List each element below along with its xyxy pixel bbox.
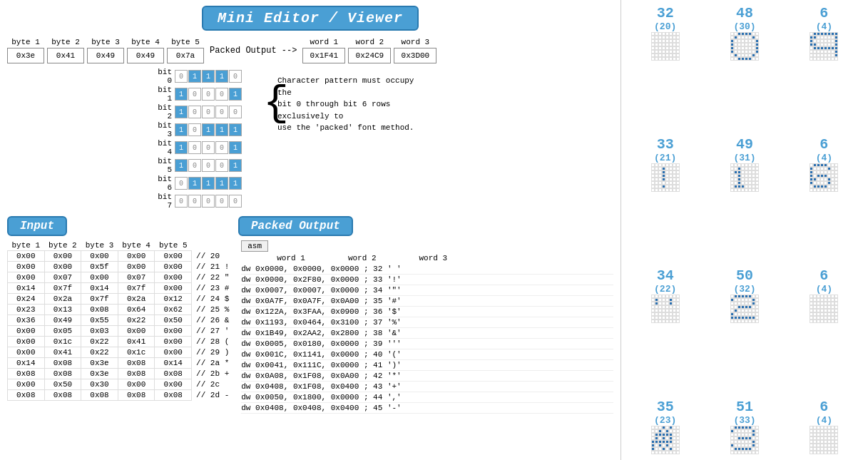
pixel-grid-6 — [651, 295, 680, 323]
bit-cell-1-2[interactable]: 0 — [202, 88, 215, 101]
byte-input-5[interactable] — [167, 48, 204, 63]
bit-cell-4-1[interactable]: 0 — [188, 141, 201, 154]
packed-row-0: dw 0x0000, 0x0000, 0x0000 ; 32 ' ' — [241, 264, 613, 275]
char-sub-7: (32) — [733, 284, 755, 295]
bit-cell-4-2[interactable]: 0 — [202, 141, 215, 154]
bit-cell-2-3[interactable]: 0 — [215, 106, 228, 118]
app-title: Mini Editor / Viewer — [202, 6, 419, 31]
bit-cell-6-3[interactable]: 1 — [215, 177, 228, 190]
input-table-row: 0x000x050x030x000x00// 27 ' — [8, 326, 234, 337]
input-cell-5-5: // 25 % — [192, 305, 234, 315]
bit-cell-6-4[interactable]: 1 — [229, 177, 242, 190]
bit-cell-5-2[interactable]: 0 — [202, 159, 215, 172]
bit-cell-4-3[interactable]: 0 — [215, 141, 228, 154]
input-cell-9-0: 0x00 — [8, 347, 45, 358]
bit-cell-0-4[interactable]: 0 — [229, 70, 242, 83]
word-input-3[interactable] — [394, 48, 436, 63]
bit-cell-1-3[interactable]: 0 — [215, 88, 228, 101]
bit-cell-2-1[interactable]: 0 — [188, 106, 201, 118]
pixel-grid-0 — [651, 32, 680, 61]
char-cell-2: 6(4) — [786, 6, 862, 134]
input-cell-3-2: 0x14 — [81, 283, 118, 294]
bit-cell-4-4[interactable]: 1 — [229, 141, 242, 154]
bit-cell-0-3[interactable]: 1 — [215, 70, 228, 83]
input-cell-7-4: 0x00 — [155, 326, 192, 337]
input-section-label: Input — [7, 216, 67, 236]
byte-input-2[interactable] — [47, 48, 84, 63]
pixel-grid-3 — [651, 163, 680, 192]
byte-label-5: byte 5 — [167, 38, 204, 46]
packed-row-8: dw 0x001C, 0x1141, 0x0000 ; 40 '(' — [241, 349, 613, 360]
bit-cell-3-1[interactable]: 0 — [188, 123, 201, 136]
asm-tab[interactable]: asm — [241, 240, 268, 252]
char-cell-10: 51(33) — [706, 399, 782, 454]
pixel-5-7-7 — [834, 188, 838, 192]
bit-cell-0-1[interactable]: 1 — [188, 70, 201, 83]
bit-cell-3-4[interactable]: 1 — [229, 123, 242, 136]
packed-row-10: dw 0x0A08, 0x1F08, 0x0A00 ; 42 '*' — [241, 371, 613, 382]
bit-cell-7-3[interactable]: 0 — [215, 195, 228, 208]
bit-cell-4-0[interactable]: 1 — [175, 141, 188, 154]
input-cell-9-5: // 29 ) — [192, 347, 234, 358]
bit-cell-1-4[interactable]: 1 — [229, 88, 242, 101]
packed-output-section-label: Packed Output — [238, 216, 353, 236]
packed-row-11: dw 0x0408, 0x1F08, 0x0400 ; 43 '+' — [241, 382, 613, 392]
input-cell-13-1: 0x08 — [44, 390, 81, 401]
byte-input-3[interactable] — [87, 48, 124, 63]
bit-cell-0-0[interactable]: 0 — [175, 70, 188, 83]
input-cell-5-3: 0x64 — [118, 305, 155, 315]
char-cell-1: 48(30) — [706, 6, 782, 134]
pixel-0-7-7 — [676, 57, 680, 61]
bit-cell-6-2[interactable]: 1 — [202, 177, 215, 190]
bit-cell-6-0[interactable]: 0 — [175, 177, 188, 190]
bit-cell-5-4[interactable]: 1 — [229, 159, 242, 172]
char-sub-9: (23) — [654, 415, 676, 426]
bit-cell-3-0[interactable]: 1 — [175, 123, 188, 136]
char-number-1: 48 — [736, 6, 753, 21]
bit-cell-5-1[interactable]: 0 — [188, 159, 201, 172]
bit-cell-1-0[interactable]: 1 — [175, 88, 188, 101]
input-cell-8-2: 0x22 — [81, 337, 118, 347]
bit-cell-3-3[interactable]: 1 — [215, 123, 228, 136]
bit-cell-2-4[interactable]: 0 — [229, 106, 242, 118]
char-cell-4: 49(31) — [706, 137, 782, 265]
bit-cell-5-3[interactable]: 0 — [215, 159, 228, 172]
input-table-row: 0x000x1c0x220x410x00// 28 ( — [8, 337, 234, 347]
input-cell-11-1: 0x08 — [44, 369, 81, 379]
input-cell-2-1: 0x07 — [44, 272, 81, 283]
pixel-9-7-7 — [676, 451, 680, 454]
input-cell-11-5: // 2b + — [192, 369, 234, 379]
input-cell-12-0: 0x00 — [8, 379, 45, 390]
bit-cell-7-2[interactable]: 0 — [202, 195, 215, 208]
input-table-area: byte 1 byte 2 byte 3 byte 4 byte 5 0x000… — [7, 240, 234, 414]
bit-cell-5-0[interactable]: 1 — [175, 159, 188, 172]
input-cell-1-1: 0x00 — [44, 262, 81, 272]
word-input-2[interactable] — [348, 48, 391, 63]
title-bar: Mini Editor / Viewer — [7, 6, 613, 31]
input-cell-11-3: 0x08 — [118, 369, 155, 379]
bit-cell-7-4[interactable]: 0 — [229, 195, 242, 208]
char-sub-11: (4) — [816, 415, 832, 426]
bit-cell-6-1[interactable]: 1 — [188, 177, 201, 190]
bit-cell-3-2[interactable]: 1 — [202, 123, 215, 136]
packed-row-6: dw 0x1B49, 0x2AA2, 0x2800 ; 38 '&' — [241, 328, 613, 339]
byte-inputs-area: byte 1 byte 2 byte 3 byte 4 byte 5 — [7, 38, 204, 63]
input-cell-6-1: 0x49 — [44, 315, 81, 326]
char-number-11: 6 — [820, 399, 828, 415]
bit-cell-7-1[interactable]: 0 — [188, 195, 201, 208]
input-cell-11-4: 0x08 — [155, 369, 192, 379]
byte-input-4[interactable] — [127, 48, 164, 63]
bit-cell-7-0[interactable]: 0 — [175, 195, 188, 208]
word-input-1[interactable] — [302, 48, 345, 63]
bit-cell-1-1[interactable]: 0 — [188, 88, 201, 101]
byte-label-1: byte 1 — [7, 38, 44, 46]
bit-cell-2-0[interactable]: 1 — [175, 106, 188, 118]
bit-cell-0-2[interactable]: 1 — [202, 70, 215, 83]
input-cell-3-1: 0x7f — [44, 283, 81, 294]
bit-grid-area: bit 001110bit 110001bit 210000bit 310111… — [150, 68, 242, 210]
pixel-grid-11 — [810, 426, 838, 454]
input-table-row: 0x080x080x080x080x08// 2d - — [8, 390, 234, 401]
bit-cell-2-2[interactable]: 0 — [202, 106, 215, 118]
byte-input-1[interactable] — [7, 48, 44, 63]
input-table-row: 0x080x080x3e0x080x08// 2b + — [8, 369, 234, 379]
